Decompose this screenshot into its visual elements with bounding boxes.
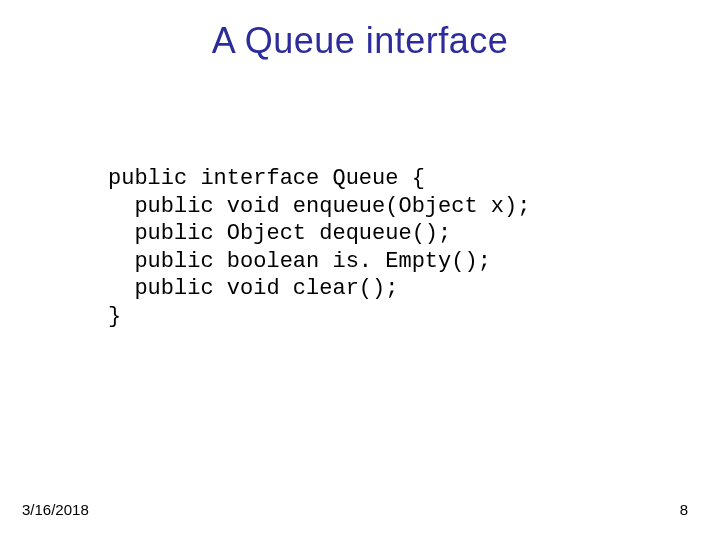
footer-date: 3/16/2018 [22, 501, 89, 518]
slide-title: A Queue interface [0, 0, 720, 62]
code-line: } [108, 304, 121, 329]
code-line: public Object dequeue(); [108, 221, 451, 246]
code-line: public void clear(); [108, 276, 398, 301]
code-block: public interface Queue { public void enq… [108, 165, 530, 330]
footer-page-number: 8 [680, 501, 688, 518]
code-line: public interface Queue { [108, 166, 425, 191]
code-line: public boolean is. Empty(); [108, 249, 491, 274]
code-line: public void enqueue(Object x); [108, 194, 530, 219]
